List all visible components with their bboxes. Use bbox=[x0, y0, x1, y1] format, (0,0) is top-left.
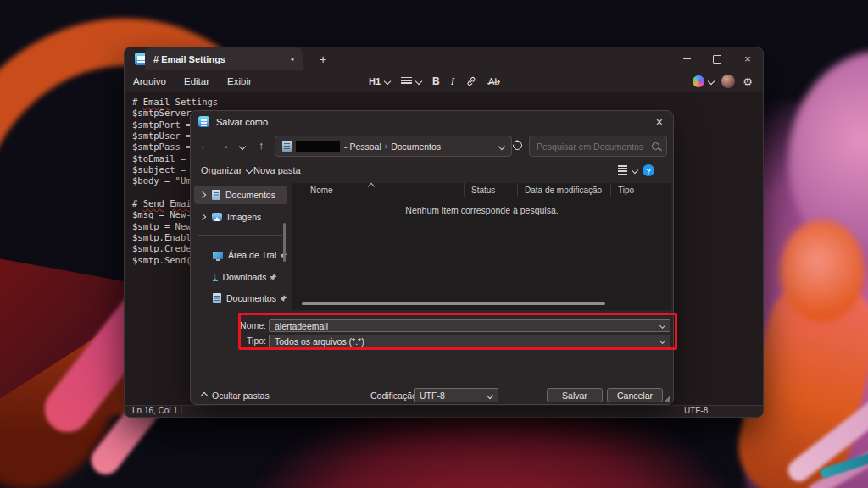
filename-row: Nome: bbox=[191, 319, 673, 332]
encoding-status: UTF-8 bbox=[684, 406, 708, 415]
search-icon bbox=[652, 142, 659, 150]
sidebar-scrollbar[interactable] bbox=[283, 223, 286, 262]
chevron-down-icon bbox=[632, 166, 638, 173]
notepad-dialog-icon bbox=[198, 116, 209, 127]
desktop-icon bbox=[213, 252, 223, 259]
account-avatar[interactable] bbox=[721, 75, 735, 88]
documents-icon bbox=[213, 293, 221, 303]
cancel-button[interactable]: Cancelar bbox=[607, 388, 663, 402]
minimize-button[interactable] bbox=[671, 47, 702, 70]
filename-input[interactable] bbox=[275, 321, 660, 331]
organize-label: Organizar bbox=[201, 165, 242, 175]
link-icon bbox=[465, 76, 477, 86]
filename-combobox[interactable] bbox=[269, 319, 670, 332]
chevron-down-icon[interactable] bbox=[487, 391, 493, 398]
chevron-up-icon bbox=[201, 392, 208, 399]
minimize-icon bbox=[683, 58, 691, 59]
list-view-icon bbox=[618, 165, 627, 175]
chevron-down-icon bbox=[415, 78, 422, 85]
horizontal-scrollbar[interactable] bbox=[302, 302, 605, 305]
status-bar: Ln 16, Col 1 | UTF-8 bbox=[125, 405, 763, 417]
back-button[interactable]: ← bbox=[199, 139, 210, 152]
breadcrumb-folder[interactable]: Documentos bbox=[391, 141, 441, 152]
sidebar-item-label: Imagens bbox=[227, 212, 261, 222]
address-bar[interactable]: - Pessoal › Documentos bbox=[275, 136, 512, 157]
organize-button[interactable]: Organizar bbox=[201, 165, 252, 175]
sidebar-item-documentos[interactable]: Documentos bbox=[194, 186, 287, 204]
column-tipo[interactable]: Tipo bbox=[611, 183, 671, 197]
dialog-sidebar: Documentos Imagens Área de Trab ↓ Downlo… bbox=[191, 183, 292, 310]
list-dropdown[interactable] bbox=[401, 77, 421, 86]
expand-chevron-icon[interactable] bbox=[199, 214, 206, 220]
heading-dropdown[interactable]: H1 bbox=[369, 76, 390, 86]
window-controls: × bbox=[671, 47, 763, 70]
menu-arquivo[interactable]: Arquivo bbox=[133, 76, 166, 86]
sidebar-item-imagens[interactable]: Imagens bbox=[194, 208, 287, 226]
hide-folders-label: Ocultar pastas bbox=[212, 391, 270, 401]
formatting-button[interactable]: Ab bbox=[488, 76, 499, 86]
hide-folders-button[interactable]: Ocultar pastas bbox=[202, 391, 270, 401]
dialog-body: Documentos Imagens Área de Trab ↓ Downlo… bbox=[191, 183, 673, 310]
column-data-modificacao[interactable]: Data de modificação bbox=[518, 183, 611, 197]
breadcrumb-account[interactable]: - Pessoal bbox=[344, 141, 381, 152]
link-button[interactable] bbox=[465, 76, 477, 86]
refresh-icon[interactable] bbox=[511, 139, 524, 152]
recent-locations-chevron[interactable] bbox=[239, 143, 246, 150]
sidebar-item-label: Documentos bbox=[226, 293, 276, 303]
tab-bar: # Email Settings ● + × bbox=[125, 47, 763, 70]
wallpaper-salmon-blob bbox=[780, 220, 865, 322]
search-input[interactable] bbox=[537, 141, 652, 152]
filetype-combobox[interactable]: Todos os arquivos (*.*) bbox=[269, 335, 670, 347]
save-button[interactable]: Salvar bbox=[547, 388, 603, 402]
column-status[interactable]: Status bbox=[465, 183, 518, 197]
menu-editar[interactable]: Editar bbox=[184, 76, 209, 86]
downloads-icon: ↓ bbox=[213, 273, 218, 281]
chevron-down-icon[interactable] bbox=[659, 323, 665, 329]
toolbar-right: ⚙ bbox=[693, 70, 753, 92]
expand-chevron-icon[interactable] bbox=[199, 191, 206, 198]
help-icon[interactable]: ? bbox=[643, 164, 654, 176]
view-options-button[interactable] bbox=[618, 165, 637, 175]
sidebar-item-label: Downloads bbox=[223, 272, 267, 282]
pin-icon bbox=[270, 274, 277, 281]
bullet-list-icon bbox=[401, 77, 412, 86]
column-headers: Nome Status Data de modificação Tipo bbox=[292, 183, 671, 197]
search-box[interactable] bbox=[529, 136, 667, 157]
wallpaper-light-pink-ribbon-2 bbox=[806, 395, 868, 488]
up-button[interactable]: ↑ bbox=[259, 139, 264, 152]
forward-button[interactable]: → bbox=[219, 139, 230, 152]
filetype-value: Todos os arquivos (*.*) bbox=[275, 336, 660, 347]
column-label: Tipo bbox=[618, 186, 634, 195]
theme-dropdown[interactable] bbox=[693, 75, 714, 87]
resize-grip[interactable] bbox=[664, 396, 670, 402]
file-list: Nome Status Data de modificação Tipo Nen… bbox=[292, 183, 671, 310]
menu-exibir[interactable]: Exibir bbox=[227, 76, 252, 86]
sidebar-item-documentos-pinned[interactable]: Documentos bbox=[194, 289, 287, 308]
menu-toolbar: Arquivo Editar Exibir H1 B I Ab bbox=[125, 70, 763, 92]
cursor-position: Ln 16, Col 1 bbox=[132, 406, 178, 415]
column-nome[interactable]: Nome bbox=[292, 183, 465, 197]
tab-email-settings[interactable]: # Email Settings ● bbox=[145, 47, 303, 70]
heading-label: H1 bbox=[369, 76, 381, 86]
maximize-button[interactable] bbox=[702, 47, 732, 70]
sidebar-item-downloads[interactable]: ↓ Downloads bbox=[194, 268, 287, 286]
close-button[interactable]: × bbox=[732, 47, 763, 70]
new-tab-button[interactable]: + bbox=[314, 51, 331, 68]
onedrive-folder-icon bbox=[282, 141, 292, 152]
navigation-row: ← → ↑ - Pessoal › Documentos bbox=[191, 134, 673, 159]
empty-list-message: Nenhum item corresponde à pesquisa. bbox=[292, 205, 671, 215]
new-folder-button[interactable]: Nova pasta bbox=[253, 165, 301, 175]
tab-title: # Email Settings bbox=[153, 54, 225, 64]
column-label: Nome bbox=[310, 186, 333, 195]
gear-icon[interactable]: ⚙ bbox=[743, 75, 753, 88]
bold-button[interactable]: B bbox=[432, 75, 440, 87]
dialog-close-button[interactable]: × bbox=[656, 115, 663, 129]
chevron-down-icon[interactable] bbox=[659, 338, 665, 344]
italic-button[interactable]: I bbox=[451, 75, 454, 88]
address-dropdown-chevron[interactable] bbox=[498, 142, 505, 149]
command-bar: Organizar Nova pasta ? bbox=[191, 160, 673, 182]
encoding-combobox[interactable]: UTF-8 bbox=[414, 388, 498, 402]
sidebar-item-label: Documentos bbox=[225, 190, 275, 200]
unsaved-indicator-dot: ● bbox=[291, 56, 294, 62]
sidebar-item-area-de-trabalho[interactable]: Área de Trab bbox=[194, 246, 287, 264]
